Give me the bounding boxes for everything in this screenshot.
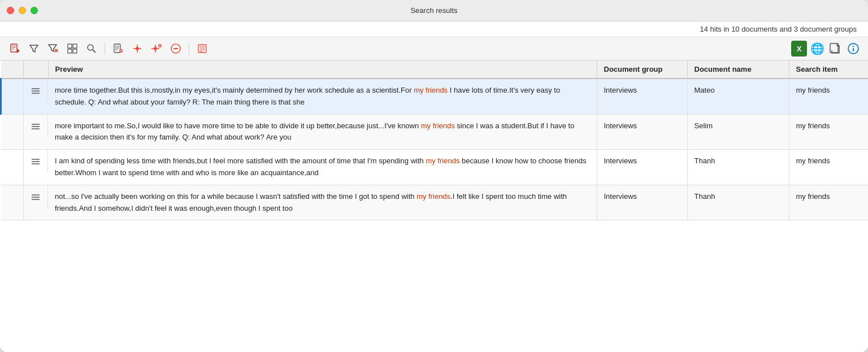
col-header-searchitem: Search item xyxy=(789,60,868,79)
row-searchitem-cell: my friends xyxy=(789,150,868,185)
row-searchitem-cell: my friends xyxy=(789,79,868,114)
toolbar-right: X 🌐 xyxy=(791,41,861,57)
row-docname-cell: Mateo xyxy=(687,79,789,114)
table-row[interactable]: not...so I've actually been working on t… xyxy=(1,185,869,220)
search-highlight: my friends xyxy=(414,86,448,94)
row-preview-cell: not...so I've actually been working on t… xyxy=(48,185,597,220)
row-docgroup-cell: Interviews xyxy=(597,150,687,185)
traffic-lights xyxy=(7,7,38,14)
row-icon-cell xyxy=(24,185,48,208)
row-searchitem-cell: my friends xyxy=(789,185,868,220)
row-check-cell xyxy=(1,185,24,220)
row-docname-cell: Selim xyxy=(687,114,789,150)
svg-rect-10 xyxy=(73,49,77,53)
col-header-docgroup: Document group xyxy=(597,60,687,79)
row-docgroup-cell: Interviews xyxy=(597,185,687,220)
svg-rect-8 xyxy=(73,44,77,48)
svg-point-11 xyxy=(88,45,93,50)
stats-text: 14 hits in 10 documents and 3 document g… xyxy=(700,25,857,33)
table-header-row: Preview Document group Document name Sea… xyxy=(1,60,869,79)
row-docgroup-cell: Interviews xyxy=(597,79,687,114)
results-table: Preview Document group Document name Sea… xyxy=(0,60,868,220)
search-highlight: my friends xyxy=(416,192,450,201)
row-check-cell xyxy=(1,150,24,185)
svg-point-44 xyxy=(853,46,854,47)
svg-rect-9 xyxy=(68,49,72,53)
globe-button[interactable]: 🌐 xyxy=(809,41,825,57)
toolbar-separator-1 xyxy=(105,42,105,55)
search-icon[interactable] xyxy=(84,41,99,57)
minimize-button[interactable] xyxy=(19,7,26,14)
svg-rect-40 xyxy=(830,44,838,53)
col-header-check xyxy=(1,60,24,79)
row-preview-cell: more important to me.So,I would like to … xyxy=(48,114,597,150)
toolbar: X 🌐 xyxy=(0,37,868,60)
col-header-icon xyxy=(24,60,49,79)
memo-icon[interactable] xyxy=(194,41,210,57)
document-filter-icon[interactable] xyxy=(7,41,23,57)
excel-export-button[interactable]: X xyxy=(791,41,807,57)
search-highlight: my friends xyxy=(426,157,459,165)
pin-add-icon[interactable] xyxy=(149,41,164,57)
row-check-cell xyxy=(1,79,24,114)
row-icon-cell xyxy=(24,115,48,137)
row-icon-cell xyxy=(24,150,48,172)
remove-icon[interactable] xyxy=(168,41,184,57)
main-window: Search results 14 hits in 10 documents a… xyxy=(0,0,868,352)
svg-rect-7 xyxy=(68,44,72,48)
table-row[interactable]: more time together.But this is,mostly,in… xyxy=(1,79,869,114)
window-title: Search results xyxy=(410,6,457,15)
close-button[interactable] xyxy=(7,7,14,14)
export-button[interactable] xyxy=(827,41,843,57)
maximize-button[interactable] xyxy=(31,7,38,14)
row-docgroup-cell: Interviews xyxy=(597,114,687,150)
table-row[interactable]: I am kind of spending less time with fri… xyxy=(1,150,869,185)
filter-icon[interactable] xyxy=(26,41,42,57)
info-button[interactable] xyxy=(845,41,861,57)
table-row[interactable]: more important to me.So,I would like to … xyxy=(1,114,869,150)
svg-line-12 xyxy=(93,50,96,53)
titlebar: Search results xyxy=(0,0,868,21)
pin-icon[interactable] xyxy=(129,41,145,57)
search-highlight: my friends xyxy=(421,121,455,130)
row-icon-cell xyxy=(24,79,48,102)
svg-point-20 xyxy=(136,47,139,50)
svg-point-25 xyxy=(154,47,157,50)
stats-bar: 14 hits in 10 documents and 3 document g… xyxy=(0,21,868,37)
row-docname-cell: Thanh xyxy=(687,150,789,185)
row-docname-cell: Thanh xyxy=(687,185,789,220)
row-check-cell xyxy=(1,114,24,150)
results-table-container[interactable]: Preview Document group Document name Sea… xyxy=(0,60,868,352)
document-icon[interactable] xyxy=(110,41,126,57)
svg-rect-0 xyxy=(11,44,17,52)
row-searchitem-cell: my friends xyxy=(789,114,868,150)
col-header-docname: Document name xyxy=(687,60,789,79)
grid-icon[interactable] xyxy=(64,41,80,57)
row-preview-cell: I am kind of spending less time with fri… xyxy=(48,150,597,185)
toolbar-separator-2 xyxy=(189,42,189,55)
row-preview-cell: more time together.But this is,mostly,in… xyxy=(48,79,597,114)
col-header-preview: Preview xyxy=(48,60,597,79)
svg-marker-4 xyxy=(17,49,20,53)
filter-remove-icon[interactable] xyxy=(45,41,61,57)
table-body: more time together.But this is,mostly,in… xyxy=(1,79,869,220)
